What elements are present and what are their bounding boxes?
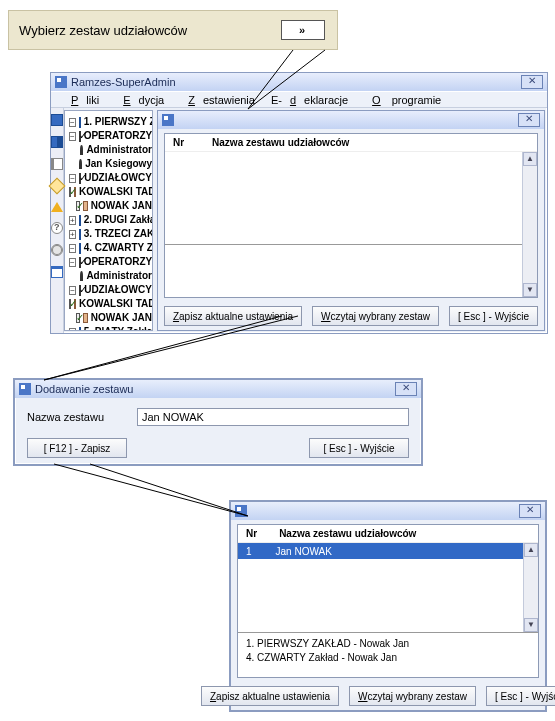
menu-oprogramie[interactable]: O programie — [356, 94, 449, 106]
close-icon[interactable]: ✕ — [395, 382, 417, 396]
expander-minus-icon[interactable]: − — [69, 132, 76, 141]
menu-edeklaracje[interactable]: E-deklaracje — [263, 94, 356, 106]
checkbox-icon[interactable] — [69, 299, 71, 309]
main-titlebar[interactable]: Ramzes-SuperAdmin ✕ — [51, 73, 547, 91]
add-dialog-title: Dodawanie zestawu — [35, 383, 133, 395]
svg-line-4 — [54, 464, 248, 516]
load-set-button[interactable]: Wczytaj wybrany zestaw — [349, 686, 476, 706]
toolbar-books-icon[interactable] — [51, 136, 63, 148]
scroll-down-icon[interactable]: ▼ — [524, 618, 538, 632]
tree-node-4[interactable]: 4. CZWARTY Zakład — [84, 241, 153, 255]
toolbar-book-icon[interactable] — [51, 114, 63, 126]
tree-node-kowalski[interactable]: KOWALSKI TADEUSZ — [79, 185, 153, 199]
books-icon — [79, 117, 81, 128]
scroll-down-icon[interactable]: ▼ — [523, 283, 537, 297]
save-settings-button[interactable]: Zapisz aktualne ustawienia — [201, 686, 339, 706]
tree-node-nowak[interactable]: NOWAK JAN — [91, 199, 152, 213]
toolbar-help-icon[interactable] — [51, 222, 63, 234]
list-upper-area[interactable] — [165, 152, 522, 245]
main-app-window: Ramzes-SuperAdmin ✕ Pliki Edycja Zestawi… — [50, 72, 548, 334]
check-icon — [79, 285, 81, 296]
esc-exit-button[interactable]: [ Esc ] - Wyjście — [309, 438, 409, 458]
scroll-up-icon[interactable]: ▲ — [523, 152, 537, 166]
tree-node-2[interactable]: 2. DRUGI Zakład — [84, 213, 153, 227]
tree-node-kowalski-4[interactable]: KOWALSKI TADEUSZ — [79, 297, 153, 311]
esc-exit-button[interactable]: [ Esc ] - Wyjście — [449, 306, 538, 326]
scrollbar[interactable]: ▲ ▼ — [522, 152, 537, 297]
add-dialog-titlebar[interactable]: Dodawanie zestawu ✕ — [15, 380, 421, 398]
tree-node-3[interactable]: 3. TRZECI ZAKŁAD — [84, 227, 153, 241]
avatar-icon — [83, 201, 87, 211]
expander-minus-icon[interactable]: − — [69, 174, 76, 183]
sub-window-titlebar[interactable]: ✕ — [158, 111, 544, 129]
result-upper-list[interactable]: 1 Jan NOWAK ▲ ▼ — [238, 543, 538, 633]
selected-row-name: Jan NOWAK — [276, 546, 332, 557]
f12-save-button[interactable]: [ F12 ] - Zapisz — [27, 438, 127, 458]
tree-node-5[interactable]: 5. PIĄTY Zakład — [84, 325, 153, 331]
toolbar-net-icon[interactable] — [51, 244, 63, 256]
check-icon — [79, 257, 81, 268]
list-col-name: Nazwa zestawu udziałowców — [212, 137, 349, 148]
tree-view[interactable]: −1. PIERWSZY ZAKŁAD −OPERATORZY Administ… — [64, 110, 153, 331]
selected-row[interactable]: 1 Jan NOWAK — [238, 543, 538, 559]
add-set-dialog: Dodawanie zestawu ✕ Nazwa zestawu [ F12 … — [13, 378, 423, 466]
load-set-button[interactable]: Wczytaj wybrany zestaw — [312, 306, 439, 326]
top-callout: Wybierz zestaw udziałowców » — [8, 10, 338, 50]
expander-plus-icon[interactable]: + — [69, 230, 76, 239]
set-name-label: Nazwa zestawu — [27, 411, 137, 423]
checkbox-icon[interactable] — [76, 313, 80, 323]
set-name-input[interactable] — [137, 408, 409, 426]
save-settings-button[interactable]: Zapisz aktualne ustawienia — [164, 306, 302, 326]
menu-pliki[interactable]: Pliki — [55, 94, 107, 106]
toolbar-file-icon[interactable] — [51, 158, 63, 170]
result-titlebar[interactable]: ✕ — [231, 502, 545, 520]
dialog-icon — [19, 383, 31, 395]
tree-node-1[interactable]: 1. PIERWSZY ZAKŁAD — [84, 115, 153, 129]
expander-minus-icon[interactable]: − — [69, 258, 76, 267]
esc-exit-button[interactable]: [ Esc ] - Wyjście — [486, 686, 555, 706]
choose-set-arrow-button[interactable]: » — [281, 20, 325, 40]
menu-zestawienia[interactable]: Zestawienia — [172, 94, 263, 106]
close-icon[interactable]: ✕ — [519, 504, 541, 518]
expander-plus-icon[interactable]: + — [69, 328, 76, 332]
app-icon — [55, 76, 67, 88]
tree-node-operatorzy-4[interactable]: OPERATORZY — [84, 255, 153, 269]
toolbar-cal-icon[interactable] — [51, 266, 63, 278]
tree-node-udzialowcy-4[interactable]: UDZIAŁOWCY — [84, 283, 152, 297]
books-icon — [79, 215, 81, 226]
result-subwindow: ✕ Nr Nazwa zestawu udziałowców 1 Jan NOW… — [229, 500, 547, 712]
scroll-up-icon[interactable]: ▲ — [524, 543, 538, 557]
expander-minus-icon[interactable]: − — [69, 286, 76, 295]
close-icon[interactable]: ✕ — [521, 75, 543, 89]
toolbar-tag-icon[interactable] — [49, 178, 66, 195]
toolbar-vertical — [51, 108, 64, 333]
toolbar-star-icon[interactable] — [51, 202, 63, 212]
close-icon[interactable]: ✕ — [518, 113, 540, 127]
tree-node-nowak-4[interactable]: NOWAK JAN — [91, 311, 152, 325]
checkbox-icon[interactable] — [69, 187, 71, 197]
callout-text: Wybierz zestaw udziałowców — [19, 23, 187, 38]
scrollbar[interactable]: ▲ ▼ — [523, 543, 538, 632]
check-icon — [79, 173, 81, 184]
sets-list: Nr Nazwa zestawu udziałowców ▲ ▼ — [164, 133, 538, 298]
result-detail-list[interactable]: 1. PIERWSZY ZAKŁAD - Nowak Jan 4. CZWART… — [238, 633, 538, 677]
tree-node-admin[interactable]: Administrator — [86, 143, 152, 157]
expander-plus-icon[interactable]: + — [69, 216, 76, 225]
tree-node-janksiegowy[interactable]: Jan Ksiegowy — [85, 157, 152, 171]
checkbox-icon[interactable] — [76, 201, 80, 211]
tree-node-operatorzy[interactable]: OPERATORZY — [84, 129, 153, 143]
tree-node-admin-4[interactable]: Administrator — [86, 269, 152, 283]
books-icon — [79, 243, 81, 254]
person-icon — [79, 159, 82, 169]
expander-minus-icon[interactable]: − — [69, 118, 76, 127]
list-lower-area[interactable] — [165, 245, 522, 297]
books-icon — [79, 229, 81, 240]
selected-row-nr: 1 — [246, 546, 252, 557]
subwindow-icon — [162, 114, 174, 126]
tree-node-udzialowcy[interactable]: UDZIAŁOWCY — [84, 171, 152, 185]
result-icon — [235, 505, 247, 517]
expander-minus-icon[interactable]: − — [69, 244, 76, 253]
books-icon — [79, 327, 81, 332]
person-icon — [80, 271, 83, 281]
menu-edycja[interactable]: Edycja — [107, 94, 172, 106]
